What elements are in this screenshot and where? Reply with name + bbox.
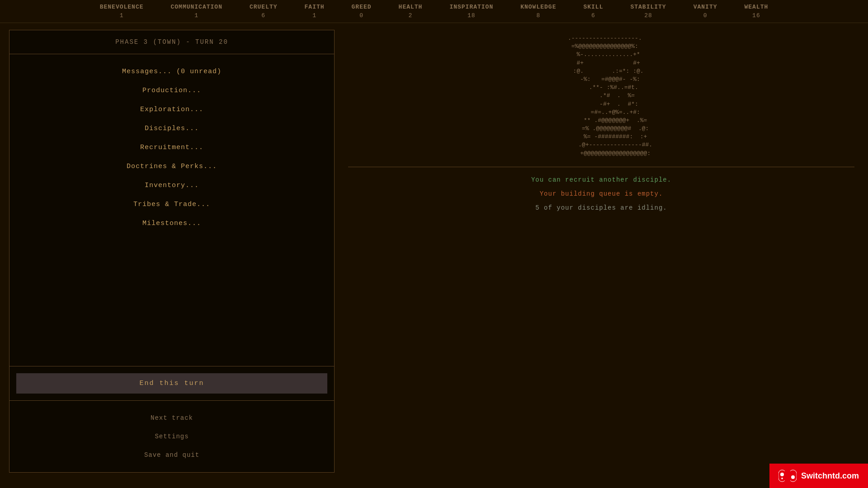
bottom-menu-item[interactable]: Save and quit [9,447,334,463]
switch-badge-text: Switchntd.com [801,471,859,481]
switch-badge[interactable]: Switchntd.com [769,464,868,488]
menu-item[interactable]: Disciples... [9,120,334,137]
stat-label: SKILL [583,4,603,10]
notifications: You can recruit another disciple.Your bu… [348,176,854,211]
menu-item[interactable]: Production... [9,82,334,99]
stat-value: 0 [359,12,363,19]
menu-item[interactable]: Doctrines & Perks... [9,158,334,175]
main-content: PHASE 3 (TOWN) - TURN 20 Messages... (0 … [0,23,868,479]
menu-items: Messages... (0 unread)Production...Explo… [9,54,334,366]
left-panel: PHASE 3 (TOWN) - TURN 20 Messages... (0 … [9,30,335,473]
stat-value: 16 [752,12,760,19]
menu-item[interactable]: Tribes & Trade... [9,196,334,213]
stat-item-health: HEALTH2 [399,4,423,19]
stat-label: BENEVOLENCE [100,4,144,10]
stat-item-faith: FAITH1 [305,4,325,19]
stat-label: HEALTH [399,4,423,10]
menu-item[interactable]: Inventory... [9,177,334,194]
stat-value: 8 [536,12,540,19]
stat-label: VANITY [693,4,717,10]
stat-label: COMMUNICATION [171,4,222,10]
stat-item-benevolence: BENEVOLENCE1 [100,4,144,19]
stat-label: CRUELTY [250,4,278,10]
svg-rect-6 [782,478,783,479]
svg-rect-2 [785,470,790,482]
stat-item-vanity: VANITY0 [693,4,717,19]
svg-point-4 [791,475,795,479]
notification-item: Your building queue is empty. [348,190,854,197]
stat-label: FAITH [305,4,325,10]
stat-value: 6 [591,12,595,19]
bottom-menu: Next trackSettingsSave and quit [9,400,334,472]
divider-line [348,167,854,167]
stat-value: 1 [120,12,124,19]
stat-label: INSPIRATION [449,4,493,10]
stat-value: 18 [467,12,476,19]
stat-item-greed: GREED0 [352,4,372,19]
stat-item-cruelty: CRUELTY6 [250,4,278,19]
ascii-art: .-------------------. =%@@@@@@@@@@@@@@@%… [348,34,854,158]
stat-label: WEALTH [744,4,768,10]
stat-label: KNOWLEDGE [520,4,556,10]
stat-item-knowledge: KNOWLEDGE8 [520,4,556,19]
notification-item: 5 of your disciples are idling. [348,204,854,211]
notification-item: You can recruit another disciple. [348,176,854,183]
stat-label: GREED [352,4,372,10]
stat-value: 1 [194,12,198,19]
stat-value: 28 [644,12,652,19]
bottom-menu-item[interactable]: Next track [9,410,334,426]
menu-item[interactable]: Milestones... [9,215,334,232]
stat-label: STABILITY [630,4,666,10]
menu-item[interactable]: Messages... (0 unread) [9,63,334,80]
stat-value: 2 [409,12,413,19]
end-turn-button[interactable]: End this turn [16,373,327,394]
stat-value: 6 [261,12,265,19]
right-panel: .-------------------. =%@@@@@@@@@@@@@@@%… [344,30,859,473]
stats-bar: BENEVOLENCE1COMMUNICATION1CRUELTY6FAITH1… [0,0,868,23]
switch-logo-icon [778,469,797,483]
phase-header: PHASE 3 (TOWN) - TURN 20 [9,30,334,54]
stat-item-skill: SKILL6 [583,4,603,19]
stat-item-communication: COMMUNICATION1 [171,4,222,19]
svg-point-3 [780,473,784,476]
menu-item[interactable]: Exploration... [9,101,334,118]
stat-item-inspiration: INSPIRATION18 [449,4,493,19]
stat-item-wealth: WEALTH16 [744,4,768,19]
stat-item-stability: STABILITY28 [630,4,666,19]
stat-value: 1 [312,12,316,19]
end-turn-section: End this turn [9,366,334,400]
stat-value: 0 [703,12,708,19]
bottom-menu-item[interactable]: Settings [9,428,334,445]
menu-item[interactable]: Recruitment... [9,139,334,156]
